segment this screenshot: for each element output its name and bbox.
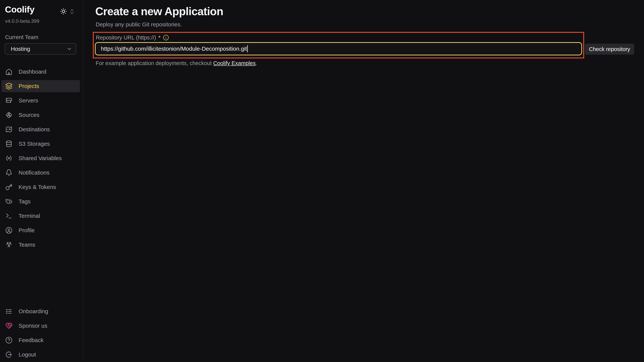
repository-url-value: https://github.com/illicitestonion/Modul… [101, 46, 247, 52]
sidebar-item-label: Shared Variables [18, 155, 62, 161]
sidebar-item-label: S3 Storages [18, 141, 50, 147]
sidebar: Coolify v4.0.0-beta.399 Current Team Hos… [0, 0, 83, 362]
team-select[interactable]: Hosting [5, 43, 76, 55]
variable-icon [5, 155, 12, 162]
sidebar-item-label: Feedback [18, 337, 44, 343]
sidebar-item-teams[interactable]: Teams [2, 239, 80, 251]
app-logo: Coolify [5, 4, 34, 15]
sidebar-item-servers[interactable]: Servers [2, 94, 80, 107]
terminal-icon [5, 212, 12, 220]
sidebar-item-label: Tags [18, 198, 30, 205]
sun-icon[interactable] [60, 8, 67, 15]
team-select-value: Hosting [11, 46, 30, 52]
key-icon [5, 184, 12, 191]
sidebar-item-onboarding[interactable]: Onboarding [2, 305, 80, 317]
help-circle-icon [5, 336, 12, 344]
sidebar-item-label: Keys & Tokens [18, 184, 56, 190]
tags-icon [5, 198, 12, 205]
git-icon [5, 111, 12, 119]
logout-icon [5, 351, 12, 358]
sidebar-item-label: Profile [18, 227, 35, 234]
sidebar-item-projects[interactable]: Projects [2, 80, 80, 92]
chevrons-up-down-icon[interactable] [69, 9, 75, 15]
sidebar-bottom-nav: Onboarding Sponsor us Feedback Logout [2, 305, 80, 361]
sidebar-item-label: Terminal [18, 213, 40, 219]
repository-url-label: Repository URL (https://) [96, 35, 156, 41]
sidebar-item-destinations[interactable]: Destinations [2, 123, 80, 135]
sidebar-item-feedback[interactable]: Feedback [2, 334, 80, 346]
sidebar-item-tags[interactable]: Tags [2, 196, 80, 208]
check-repository-button[interactable]: Check repository [585, 44, 634, 55]
helper-text: For example application deployments, che… [96, 60, 257, 66]
sidebar-item-sponsor-us[interactable]: Sponsor us [2, 320, 80, 332]
database-icon [5, 140, 12, 147]
list-checks-icon [5, 308, 12, 315]
sidebar-item-label: Teams [18, 242, 35, 248]
text-cursor [247, 45, 248, 52]
sidebar-item-notifications[interactable]: Notifications [2, 166, 80, 179]
sidebar-item-label: Onboarding [18, 308, 48, 315]
sidebar-item-label: Sponsor us [18, 322, 47, 329]
sidebar-nav: Dashboard Projects Servers Sources Desti [2, 66, 80, 251]
sidebar-item-shared-variables[interactable]: Shared Variables [2, 152, 80, 164]
required-asterisk: * [158, 34, 160, 41]
sidebar-item-keys-tokens[interactable]: Keys & Tokens [2, 181, 80, 193]
sidebar-item-dashboard[interactable]: Dashboard [2, 66, 80, 78]
map-icon [5, 126, 12, 133]
sidebar-item-label: Logout [18, 351, 36, 358]
page-title: Create a new Application [95, 5, 223, 18]
sidebar-item-label: Dashboard [18, 69, 46, 75]
chevron-down-icon [66, 46, 72, 52]
heart-handshake-icon [5, 322, 12, 329]
current-team-label: Current Team [5, 34, 38, 40]
sidebar-item-terminal[interactable]: Terminal [2, 210, 80, 222]
info-icon[interactable] [163, 35, 169, 41]
sidebar-item-label: Projects [18, 83, 39, 89]
bell-icon [5, 169, 12, 176]
users-icon [5, 241, 12, 248]
server-icon [5, 97, 12, 104]
sidebar-item-label: Sources [18, 112, 40, 118]
sidebar-item-label: Destinations [18, 126, 50, 133]
helper-suffix: . [256, 60, 257, 66]
sidebar-item-profile[interactable]: Profile [2, 224, 80, 236]
repository-url-input[interactable]: https://github.com/illicitestonion/Modul… [95, 42, 582, 55]
sidebar-item-s3-storages[interactable]: S3 Storages [2, 138, 80, 150]
layers-icon [5, 83, 12, 90]
user-circle-icon [5, 227, 12, 234]
helper-prefix: For example application deployments, che… [96, 60, 213, 66]
app-version: v4.0.0-beta.399 [5, 18, 40, 24]
coolify-examples-link[interactable]: Coolify Examples [213, 60, 256, 66]
home-icon [5, 68, 12, 75]
sidebar-item-label: Notifications [18, 169, 50, 176]
sidebar-item-label: Servers [18, 97, 38, 104]
sidebar-item-sources[interactable]: Sources [2, 109, 80, 121]
page-subtitle: Deploy any public Git repositories. [96, 21, 182, 28]
sidebar-item-logout[interactable]: Logout [2, 348, 80, 361]
repository-url-label-row: Repository URL (https://) * [96, 34, 169, 41]
